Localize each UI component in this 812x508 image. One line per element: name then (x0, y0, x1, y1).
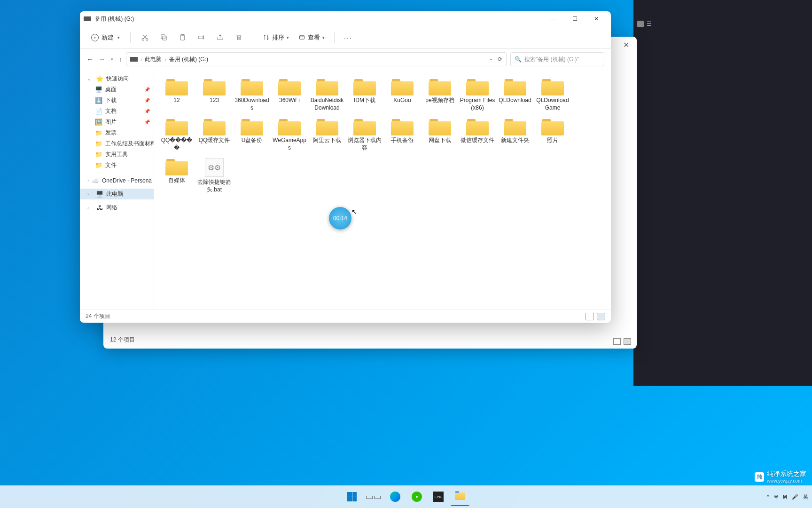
ime-button[interactable]: 英 (803, 493, 808, 500)
drive-icon (84, 16, 91, 21)
item-label: 自媒体 (168, 177, 185, 184)
sidebar-item[interactable]: 📁发票 (80, 127, 154, 138)
folder-item[interactable]: 自媒体 (158, 155, 195, 196)
copy-button[interactable] (155, 30, 172, 46)
search-placeholder: 搜索"备用 (机械) (G:)" (524, 56, 579, 64)
details-view-icon[interactable] (586, 313, 594, 320)
folder-item[interactable]: 微信缓存文件 (459, 115, 496, 154)
folder-icon (429, 78, 451, 95)
folder-item[interactable]: 照片 (534, 115, 571, 154)
epic-button[interactable]: EPIC (429, 487, 448, 506)
chevron-down-icon: ▾ (322, 35, 325, 40)
item-label: 阿里云下载 (313, 137, 341, 144)
tray-mic-icon[interactable]: 🎤 (792, 494, 798, 500)
more-button[interactable]: ··· (340, 32, 356, 43)
sidebar-network[interactable]: › 🖧 网络 (80, 202, 154, 213)
chevron-down-icon: ⌄ (87, 77, 93, 81)
explorer-button[interactable] (451, 487, 469, 506)
folder-item[interactable]: QLDownload (496, 75, 534, 114)
sidebar-item[interactable]: 🖥️桌面📌 (80, 84, 154, 95)
folder-item[interactable]: 浏览器下载内容 (346, 115, 383, 154)
folder-item[interactable]: Program Files (x86) (459, 75, 496, 114)
pin-icon: 📌 (144, 119, 150, 125)
folder-icon: 📁 (95, 129, 102, 137)
folder-icon (391, 78, 414, 95)
folder-item[interactable]: U盘备份 (233, 115, 271, 154)
sidebar-this-pc[interactable]: › 🖥️ 此电脑 (80, 189, 154, 199)
folder-item[interactable]: 新建文件夹 (496, 115, 534, 154)
nav-forward-button[interactable]: → (99, 56, 105, 63)
sidebar-item[interactable]: 🖼️图片📌 (80, 117, 154, 127)
maximize-button[interactable]: ☐ (564, 12, 586, 26)
minimize-button[interactable]: — (542, 12, 564, 26)
folder-item[interactable]: 12 (158, 75, 195, 114)
item-label: 360WiFi (279, 97, 300, 104)
close-icon[interactable]: ✕ (623, 40, 629, 49)
folder-icon (278, 118, 301, 135)
folder-item[interactable]: QQ缓存文件 (195, 115, 233, 154)
file-item[interactable]: ⚙⚙去除快捷键箭头.bat (195, 155, 233, 196)
start-button[interactable] (343, 487, 361, 506)
view-button[interactable]: 查看 ▾ (295, 32, 328, 44)
folder-item[interactable]: BaiduNetdiskDownload (308, 75, 346, 114)
pin-icon: 📌 (144, 109, 150, 114)
breadcrumb-dropdown-icon[interactable]: ⌄ (489, 56, 493, 63)
nav-up-button[interactable]: ↑ (119, 56, 122, 63)
share-button[interactable] (211, 30, 228, 46)
chevron-right-icon: › (87, 192, 93, 197)
folder-item[interactable]: QQ����� (158, 115, 195, 154)
sidebar-item[interactable]: ⬇️下载📌 (80, 95, 154, 106)
close-button[interactable]: ✕ (586, 12, 607, 26)
rename-button[interactable] (193, 30, 210, 46)
sidebar-item[interactable]: 📁工作总结及书面材料 (80, 138, 154, 149)
bat-file-icon: ⚙⚙ (205, 158, 224, 177)
folder-item[interactable]: IDM下载 (346, 75, 383, 114)
delete-button[interactable] (230, 30, 247, 46)
tray-app-icon[interactable]: M (783, 494, 787, 500)
nav-recent-button[interactable]: ▾ (111, 57, 113, 62)
folder-item[interactable]: QLDownloadGame (534, 75, 571, 114)
folder-item[interactable]: 123 (195, 75, 233, 114)
sidebar-item[interactable]: 📄文档📌 (80, 106, 154, 117)
breadcrumb-folder[interactable]: 备用 (机械) (G:) (169, 56, 208, 64)
folder-item[interactable]: 网盘下载 (421, 115, 459, 154)
nav-back-button[interactable]: ← (86, 56, 93, 63)
folder-item[interactable]: KuGou (383, 75, 421, 114)
folder-item[interactable]: pe视频存档 (421, 75, 459, 114)
chevron-down-icon: ▾ (287, 35, 289, 40)
item-label: 去除快捷键箭头.bat (196, 179, 232, 193)
sidebar: ⌄ ⭐ 快速访问 🖥️桌面📌⬇️下载📌📄文档📌🖼️图片📌📁发票📁工作总结及书面材… (80, 70, 154, 310)
sidebar-quick-access[interactable]: ⌄ ⭐ 快速访问 (80, 73, 154, 84)
refresh-button[interactable]: ⟳ (498, 56, 502, 63)
tray-chevron-icon[interactable]: ^ (767, 494, 769, 500)
breadcrumb-root[interactable]: 此电脑 (145, 56, 162, 64)
sidebar-item[interactable]: 📁实用工具 (80, 149, 154, 160)
view-label: 查看 (308, 33, 320, 42)
folder-icon (203, 118, 226, 135)
folder-icon: 📁 (95, 140, 102, 148)
folder-item[interactable]: WeGameApps (271, 115, 308, 154)
content-area[interactable]: 12123360Downloads360WiFiBaiduNetdiskDown… (154, 70, 611, 310)
folder-item[interactable]: 手机备份 (383, 115, 421, 154)
search-input[interactable]: 🔍 搜索"备用 (机械) (G:)" (510, 52, 604, 66)
wechat-button[interactable]: ✦ (407, 487, 426, 506)
sidebar-item[interactable]: 📁文件 (80, 160, 154, 171)
new-button[interactable]: + 新建 ▾ (86, 32, 125, 44)
tray-app-icon[interactable]: ❋ (774, 494, 778, 500)
taskview-button[interactable]: ▭▭ (364, 487, 383, 506)
folder-item[interactable]: 阿里云下载 (308, 115, 346, 154)
edge-button[interactable] (386, 487, 405, 506)
sort-button[interactable]: 排序 ▾ (259, 32, 293, 44)
chevron-right-icon: › (87, 178, 89, 183)
sidebar-onedrive[interactable]: › ☁️ OneDrive - Persona (80, 175, 154, 186)
view-toggle[interactable] (613, 338, 631, 345)
icons-view-icon[interactable] (597, 313, 605, 320)
paste-button[interactable] (174, 30, 191, 46)
view-toggle[interactable] (586, 313, 605, 320)
watermark: 纯 纯净系统之家 www.ycwjzy.com (755, 470, 806, 484)
item-label: Program Files (x86) (460, 97, 495, 111)
folder-item[interactable]: 360WiFi (271, 75, 308, 114)
breadcrumb[interactable]: › 此电脑 › 备用 (机械) (G:) ⌄ ⟳ (126, 52, 507, 66)
cut-button[interactable] (136, 30, 153, 46)
folder-item[interactable]: 360Downloads (233, 75, 271, 114)
